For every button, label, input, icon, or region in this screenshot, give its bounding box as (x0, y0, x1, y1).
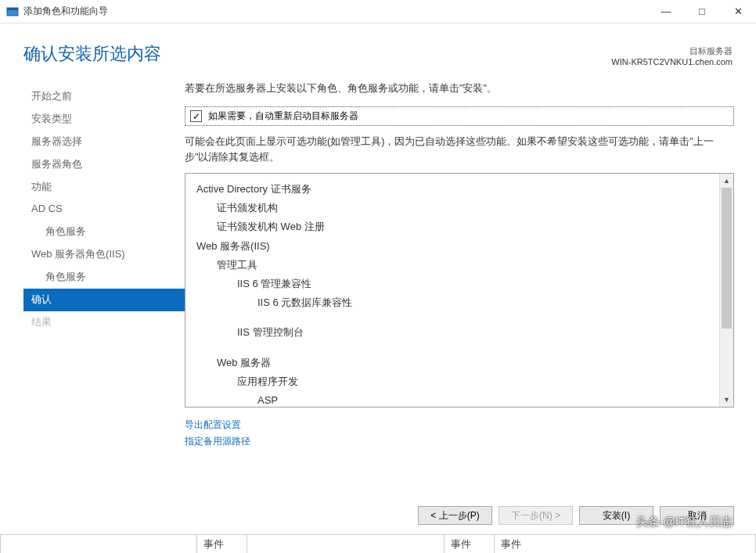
nav-item-10: 结果 (23, 311, 185, 334)
export-config-link[interactable]: 导出配置设置 (185, 417, 734, 433)
links-area: 导出配置设置 指定备用源路径 (185, 408, 734, 450)
alt-source-path-link[interactable]: 指定备用源路径 (185, 433, 734, 450)
scroll-thumb[interactable] (722, 188, 732, 329)
window-title: 添加角色和功能向导 (23, 5, 648, 18)
list-item: 证书颁发机构 (185, 199, 719, 217)
status-cell-event3: 事件 (495, 535, 756, 553)
intro-text: 若要在所选服务器上安装以下角色、角色服务或功能，请单击"安装"。 (185, 82, 734, 95)
nav-item-1[interactable]: 安装类型 (23, 108, 185, 131)
install-button[interactable]: 安装(I) (579, 506, 653, 525)
list-item: Active Directory 证书服务 (185, 180, 719, 199)
scroll-down-icon[interactable]: ▼ (720, 393, 733, 407)
nav-item-3[interactable]: 服务器角色 (23, 153, 185, 176)
status-strip: 事件 事件 事件 (0, 534, 756, 553)
nav-item-0[interactable]: 开始之前 (23, 85, 185, 108)
wizard-buttons: < 上一步(P) 下一步(N) > 安装(I) 取消 (0, 492, 756, 534)
listbox-scrollbar[interactable]: ▲ ▼ (719, 174, 733, 407)
nav-item-2[interactable]: 服务器选择 (23, 131, 185, 153)
list-item: 管理工具 (185, 256, 719, 275)
nav-item-6[interactable]: 角色服务 (23, 221, 185, 243)
nav-item-9[interactable]: 确认 (23, 289, 185, 311)
page-title: 确认安装所选内容 (23, 42, 611, 66)
maximize-button[interactable]: □ (684, 0, 720, 23)
close-button[interactable]: ✕ (720, 0, 756, 23)
nav-item-5[interactable]: AD CS (23, 198, 185, 221)
nav-item-4[interactable]: 功能 (23, 176, 185, 199)
list-item: IIS 6 管理兼容性 (185, 275, 719, 293)
target-server-box: 目标服务器 WIN-KR5TC2VNKU1.chen.com (611, 42, 733, 66)
app-icon (6, 5, 19, 18)
selections-listbox: Active Directory 证书服务证书颁发机构证书颁发机构 Web 注册… (185, 173, 734, 408)
restart-checkbox-row[interactable]: ✓ 如果需要，自动重新启动目标服务器 (185, 106, 734, 126)
page-header: 确认安装所选内容 目标服务器 WIN-KR5TC2VNKU1.chen.com (0, 23, 756, 74)
status-cell-event2: 事件 (445, 535, 495, 553)
nav-item-7[interactable]: Web 服务器角色(IIS) (23, 243, 185, 266)
status-cell (247, 535, 445, 553)
note-text: 可能会在此页面上显示可选功能(如管理工具)，因为已自动选择这些功能。如果不希望安… (185, 134, 734, 165)
target-server-label: 目标服务器 (611, 45, 733, 57)
list-item: ASP (185, 391, 719, 407)
selections-listbox-inner: Active Directory 证书服务证书颁发机构证书颁发机构 Web 注册… (185, 174, 719, 407)
wizard-nav: 开始之前安装类型服务器选择服务器角色功能AD CS角色服务Web 服务器角色(I… (23, 82, 185, 492)
minimize-button[interactable]: — (648, 0, 684, 23)
restart-checkbox-label: 如果需要，自动重新启动目标服务器 (208, 110, 358, 123)
list-item: Web 服务器 (185, 354, 719, 372)
list-item: 证书颁发机构 Web 注册 (185, 217, 719, 236)
nav-item-8[interactable]: 角色服务 (23, 266, 185, 289)
restart-checkbox[interactable]: ✓ (190, 110, 202, 122)
list-item: IIS 管理控制台 (185, 323, 719, 342)
scroll-up-icon[interactable]: ▲ (720, 174, 733, 188)
status-cell (0, 535, 197, 553)
list-item: 应用程序开发 (185, 372, 719, 391)
list-item: Web 服务器(IIS) (185, 237, 719, 256)
cancel-button[interactable]: 取消 (660, 506, 734, 525)
list-item: IIS 6 元数据库兼容性 (185, 293, 719, 312)
target-server-name: WIN-KR5TC2VNKU1.chen.com (611, 57, 733, 66)
svg-rect-1 (7, 8, 18, 10)
title-bar: 添加角色和功能向导 — □ ✕ (0, 0, 756, 23)
previous-button[interactable]: < 上一步(P) (418, 506, 492, 525)
next-button: 下一步(N) > (499, 506, 573, 525)
status-cell-event1: 事件 (197, 535, 247, 553)
